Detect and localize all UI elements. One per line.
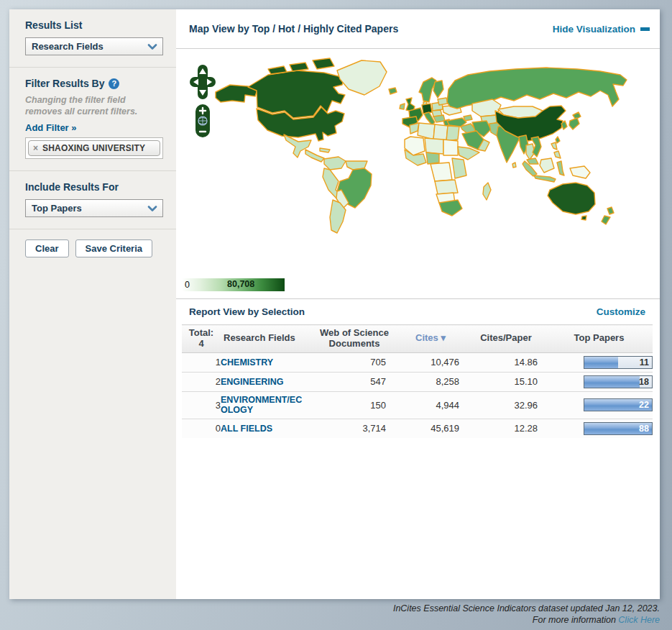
- country-nigeria[interactable]: [426, 152, 439, 164]
- results-list-value: Research Fields: [32, 41, 103, 52]
- country-philippines-south[interactable]: [554, 151, 561, 158]
- cites-per-paper-value: 15.10: [466, 372, 546, 391]
- country-germany[interactable]: [422, 104, 432, 114]
- chevron-down-icon: [147, 202, 157, 215]
- dataset-updated-text: InCites Essential Science Indicators dat…: [393, 603, 660, 615]
- country-japan-south[interactable]: [569, 118, 579, 129]
- filter-tag[interactable]: × SHAOXING UNIVERSITY: [28, 140, 160, 156]
- country-canada-island-2[interactable]: [290, 63, 308, 71]
- results-list-dropdown[interactable]: Research Fields: [25, 37, 163, 55]
- wos-docs-value: 3,714: [314, 419, 395, 438]
- wos-docs-value: 705: [314, 352, 395, 372]
- map-legend: 0 80,708: [182, 278, 285, 291]
- sort-descending-icon: ▾: [441, 332, 446, 343]
- map-region: 0 80,708: [176, 49, 660, 299]
- top-papers-bar[interactable]: 11: [584, 356, 653, 369]
- dataset-footer: InCites Essential Science Indicators dat…: [393, 603, 660, 626]
- row-rank: 2: [182, 372, 221, 391]
- country-australia[interactable]: [548, 183, 595, 214]
- hide-visualization-label: Hide Visualization: [553, 24, 635, 35]
- report-table: Total:4 Research Fields Web of Science D…: [182, 324, 653, 438]
- cites-per-paper-value: 32.96: [466, 391, 546, 419]
- column-header-cites[interactable]: Cites ▾: [395, 325, 466, 353]
- country-borneo[interactable]: [540, 158, 554, 173]
- column-header-wos-documents[interactable]: Web of Science Documents: [314, 325, 395, 353]
- country-java[interactable]: [534, 175, 556, 182]
- country-iceland[interactable]: [389, 88, 397, 94]
- wos-docs-value: 150: [314, 391, 395, 419]
- help-icon[interactable]: ?: [109, 78, 119, 89]
- country-finland[interactable]: [433, 81, 443, 98]
- filter-note: Changing the filter field removes all cu…: [25, 95, 162, 117]
- column-header-cites-per-paper[interactable]: Cites/Paper: [466, 325, 546, 353]
- hide-visualization-link[interactable]: Hide Visualization: [553, 24, 650, 35]
- country-algeria[interactable]: [418, 123, 435, 140]
- cites-value: 45,619: [395, 419, 466, 438]
- include-results-value: Top Papers: [32, 203, 82, 214]
- country-madagascar[interactable]: [483, 183, 491, 200]
- country-philippines-north[interactable]: [551, 142, 557, 150]
- country-colombia[interactable]: [324, 157, 346, 170]
- research-field-link[interactable]: CHEMISTRY: [221, 357, 273, 368]
- results-list-heading: Results List: [25, 19, 162, 31]
- column-header-top-papers[interactable]: Top Papers: [546, 325, 653, 353]
- sidebar-buttons: Clear Save Criteria: [9, 229, 176, 269]
- country-new-guinea[interactable]: [570, 166, 590, 178]
- country-congo[interactable]: [431, 163, 452, 181]
- country-egypt[interactable]: [446, 126, 459, 141]
- report-view-header: Report View by Selection Customize: [176, 299, 660, 324]
- country-russia[interactable]: [447, 68, 627, 109]
- column-header-research-fields[interactable]: Research Fields: [221, 325, 314, 353]
- country-caucasus[interactable]: [464, 115, 472, 121]
- legend-min-value: 0: [185, 280, 190, 290]
- filter-tag-container: × SHAOXING UNIVERSITY: [25, 137, 163, 159]
- country-south-africa[interactable]: [439, 200, 462, 216]
- minus-icon: [640, 27, 650, 31]
- cites-value: 4,944: [395, 391, 466, 419]
- filter-tag-label: SHAOXING UNIVERSITY: [42, 143, 145, 153]
- research-field-link[interactable]: ENVIRONMENT/ECOLOGY: [221, 395, 304, 416]
- customize-link[interactable]: Customize: [597, 306, 645, 317]
- country-nz-north[interactable]: [607, 207, 614, 214]
- add-filter-link[interactable]: Add Filter »: [25, 122, 77, 133]
- country-cuba[interactable]: [320, 148, 330, 152]
- world-choropleth-map[interactable]: [176, 49, 660, 298]
- more-info-text: For more information: [533, 615, 618, 625]
- country-taiwan[interactable]: [556, 137, 560, 143]
- country-ireland[interactable]: [400, 104, 405, 109]
- top-papers-bar[interactable]: 22: [584, 398, 653, 411]
- country-angola-zambia[interactable]: [435, 180, 458, 194]
- table-row: 0 ALL FIELDS 3,714 45,619 12.28 88: [182, 419, 653, 438]
- column-header-total: Total:4: [182, 325, 221, 353]
- cites-per-paper-value: 12.28: [466, 419, 546, 438]
- table-header-row: Total:4 Research Fields Web of Science D…: [182, 325, 653, 353]
- country-tasmania[interactable]: [581, 216, 586, 220]
- top-papers-bar[interactable]: 88: [584, 422, 653, 435]
- filter-section: Filter Results By ? Changing the filter …: [9, 68, 176, 171]
- country-east-africa[interactable]: [452, 158, 466, 178]
- report-view-title: Report View by Selection: [189, 306, 305, 317]
- chevron-down-icon: [147, 40, 157, 53]
- save-criteria-button[interactable]: Save Criteria: [75, 239, 153, 257]
- country-malaysia[interactable]: [527, 158, 538, 164]
- country-sri-lanka[interactable]: [512, 163, 516, 168]
- country-sulawesi[interactable]: [557, 161, 564, 175]
- country-niger-chad[interactable]: [425, 138, 443, 154]
- click-here-link[interactable]: Click Here: [618, 615, 660, 625]
- remove-filter-icon[interactable]: ×: [33, 144, 38, 152]
- top-papers-bar[interactable]: 18: [584, 375, 653, 388]
- country-canada-island-3[interactable]: [313, 58, 334, 69]
- country-nz-south[interactable]: [602, 216, 610, 224]
- include-results-dropdown[interactable]: Top Papers: [25, 199, 163, 217]
- table-row: 1 CHEMISTRY 705 10,476 14.86 11: [182, 352, 653, 372]
- sidebar: Results List Research Fields Filter Resu…: [9, 9, 176, 599]
- include-results-heading: Include Results For: [25, 181, 162, 193]
- filter-heading: Filter Results By: [25, 78, 104, 89]
- research-field-link[interactable]: ALL FIELDS: [221, 424, 272, 434]
- country-greenland[interactable]: [337, 60, 387, 95]
- country-sudan[interactable]: [443, 140, 458, 155]
- country-baltics[interactable]: [438, 98, 448, 105]
- research-field-link[interactable]: ENGINEERING: [221, 377, 284, 387]
- clear-button[interactable]: Clear: [25, 239, 69, 257]
- row-rank: 3: [182, 391, 221, 419]
